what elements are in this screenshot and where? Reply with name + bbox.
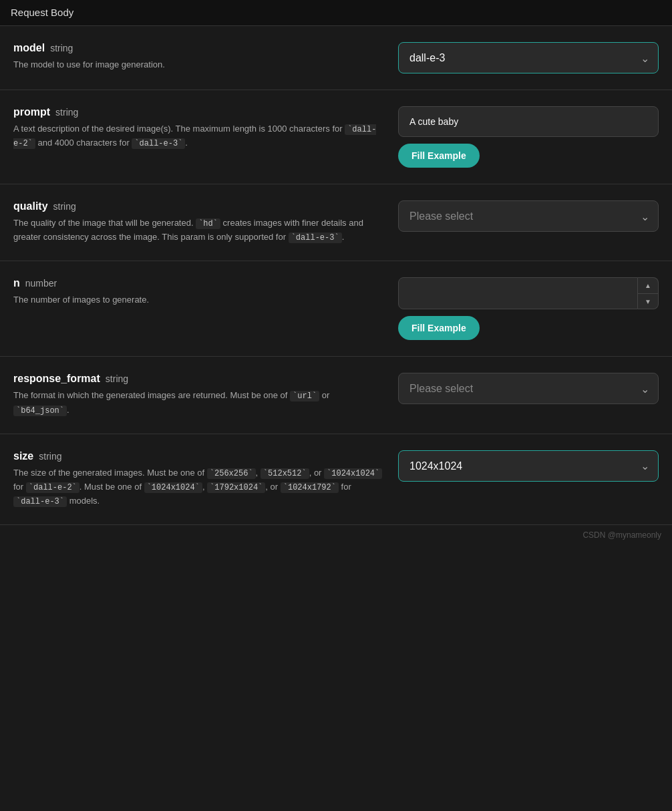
prompt-fill-example-button[interactable]: Fill Example: [398, 144, 480, 168]
page-title: Request Body: [11, 7, 73, 18]
prompt-field-right: Fill Example: [398, 106, 659, 168]
n-field-type: number: [25, 278, 57, 289]
prompt-field-description: A text description of the desired image(…: [13, 122, 385, 150]
page-container: Request Body model string The model to u…: [0, 0, 672, 811]
n-field-description: The number of images to generate.: [13, 293, 385, 307]
size-field-description: The size of the generated images. Must b…: [13, 466, 385, 509]
n-spinner-up[interactable]: ▲: [638, 278, 658, 294]
n-input[interactable]: [398, 277, 638, 309]
model-field-name: model: [13, 42, 45, 54]
prompt-field-left: prompt string A text description of the …: [13, 106, 385, 150]
size-field-row: size string The size of the generated im…: [0, 434, 672, 526]
n-spinners: ▲ ▼: [638, 277, 659, 309]
model-field-row: model string The model to use for image …: [0, 26, 672, 90]
quality-field-description: The quality of the image that will be ge…: [13, 216, 385, 245]
quality-field-left: quality string The quality of the image …: [13, 200, 385, 245]
prompt-field-row: prompt string A text description of the …: [0, 90, 672, 184]
size-field-right: 256x256 512x512 1024x1024 1792x1024 1024…: [398, 450, 659, 482]
n-field-name-row: n number: [13, 277, 385, 289]
size-field-type: string: [39, 451, 61, 462]
response-format-field-right: Please select url b64_json ⌄: [398, 373, 659, 404]
model-field-description: The model to use for image generation.: [13, 58, 385, 72]
size-field-name-row: size string: [13, 450, 385, 462]
quality-field-name: quality: [13, 200, 48, 212]
prompt-field-name: prompt: [13, 106, 50, 118]
model-field-right: dall-e-3 dall-e-2 ⌄: [398, 42, 659, 73]
size-field-left: size string The size of the generated im…: [13, 450, 385, 509]
watermark-text: CSDN @mynameonly: [582, 530, 661, 540]
model-field-name-row: model string: [13, 42, 385, 54]
n-field-name: n: [13, 277, 20, 289]
quality-field-name-row: quality string: [13, 200, 385, 212]
header-bar: Request Body: [0, 0, 672, 26]
response-format-field-row: response_format string The format in whi…: [0, 357, 672, 434]
response-format-field-name: response_format: [13, 373, 100, 385]
n-field-right: ▲ ▼ Fill Example: [398, 277, 659, 340]
watermark: CSDN @mynameonly: [0, 525, 672, 545]
n-field-row: n number The number of images to generat…: [0, 261, 672, 357]
response-format-field-type: string: [106, 373, 128, 384]
prompt-field-type: string: [55, 107, 78, 118]
quality-select[interactable]: Please select hd standard: [398, 200, 659, 232]
model-select[interactable]: dall-e-3 dall-e-2: [398, 42, 659, 73]
size-select[interactable]: 256x256 512x512 1024x1024 1792x1024 1024…: [398, 450, 659, 482]
response-format-select[interactable]: Please select url b64_json: [398, 373, 659, 404]
model-field-type: string: [50, 43, 73, 53]
size-field-name: size: [13, 450, 33, 462]
quality-select-wrapper[interactable]: Please select hd standard ⌄: [398, 200, 659, 232]
size-select-wrapper[interactable]: 256x256 512x512 1024x1024 1792x1024 1024…: [398, 450, 659, 482]
model-field-left: model string The model to use for image …: [13, 42, 385, 72]
n-input-container: ▲ ▼: [398, 277, 659, 309]
prompt-input-wrapper: [398, 106, 659, 137]
response-format-select-wrapper[interactable]: Please select url b64_json ⌄: [398, 373, 659, 404]
response-format-field-name-row: response_format string: [13, 373, 385, 385]
model-select-wrapper[interactable]: dall-e-3 dall-e-2 ⌄: [398, 42, 659, 73]
quality-field-right: Please select hd standard ⌄: [398, 200, 659, 232]
response-format-field-left: response_format string The format in whi…: [13, 373, 385, 417]
response-format-field-description: The format in which the generated images…: [13, 389, 385, 417]
content-area: model string The model to use for image …: [0, 26, 672, 525]
quality-field-type: string: [53, 201, 76, 212]
n-field-left: n number The number of images to generat…: [13, 277, 385, 307]
quality-field-row: quality string The quality of the image …: [0, 184, 672, 261]
prompt-input[interactable]: [398, 106, 659, 137]
n-fill-example-button[interactable]: Fill Example: [398, 316, 480, 340]
prompt-field-name-row: prompt string: [13, 106, 385, 118]
n-spinner-down[interactable]: ▼: [638, 294, 658, 309]
